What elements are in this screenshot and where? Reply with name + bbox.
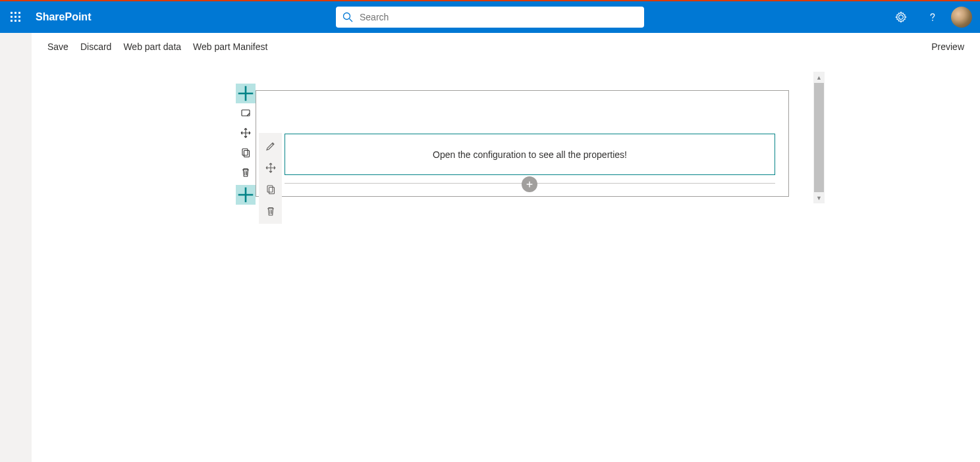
- move-icon: [265, 163, 276, 173]
- add-section-bottom-button[interactable]: [236, 185, 256, 205]
- section-tools: [236, 84, 258, 205]
- canvas-viewport: Open the configuration to see all the pr…: [213, 72, 821, 462]
- user-avatar[interactable]: [951, 7, 972, 28]
- search-input[interactable]: [360, 12, 638, 22]
- suite-right: [885, 1, 980, 33]
- search-container: [336, 7, 644, 28]
- webpart-tools: [259, 133, 282, 224]
- svg-point-9: [344, 13, 350, 20]
- canvas-area: Open the configuration to see all the pr…: [32, 61, 980, 462]
- preview-command[interactable]: Preview: [931, 41, 964, 52]
- duplicate-section-button[interactable]: [236, 143, 256, 163]
- svg-rect-12: [242, 110, 250, 116]
- vertical-scrollbar[interactable]: ▲ ▼: [813, 72, 825, 203]
- discard-command[interactable]: Discard: [80, 41, 111, 52]
- webpart-message: Open the configuration to see all the pr…: [433, 149, 627, 160]
- add-section-top-button[interactable]: [236, 84, 256, 103]
- svg-rect-4: [14, 16, 16, 18]
- svg-rect-14: [244, 151, 250, 157]
- svg-rect-7: [14, 20, 16, 22]
- pencil-icon: [265, 141, 276, 151]
- plus-icon: [525, 180, 534, 189]
- svg-rect-13: [242, 149, 248, 155]
- scroll-up-button[interactable]: ▲: [813, 72, 825, 83]
- waffle-icon: [11, 12, 21, 22]
- svg-rect-6: [11, 20, 13, 22]
- svg-rect-3: [11, 16, 13, 18]
- command-bar-right: Preview: [931, 41, 964, 52]
- app-launcher-button[interactable]: [0, 1, 32, 33]
- save-command[interactable]: Save: [47, 41, 68, 52]
- trash-icon: [265, 206, 276, 217]
- delete-section-button[interactable]: [236, 163, 256, 182]
- add-webpart-button[interactable]: [522, 176, 537, 192]
- svg-point-11: [932, 20, 933, 21]
- note-icon: [240, 108, 251, 118]
- svg-rect-8: [18, 20, 20, 22]
- settings-button[interactable]: [885, 1, 917, 33]
- webpart-content[interactable]: Open the configuration to see all the pr…: [285, 134, 775, 175]
- svg-line-10: [350, 19, 353, 22]
- edit-webpart-button[interactable]: [259, 135, 282, 157]
- suite-bar: SharePoint: [0, 1, 980, 33]
- search-box[interactable]: [336, 7, 644, 28]
- webpart-data-command[interactable]: Web part data: [123, 41, 181, 52]
- command-bar: Save Discard Web part data Web part Mani…: [32, 33, 980, 61]
- svg-rect-1: [14, 12, 16, 14]
- help-icon: [927, 11, 939, 23]
- copy-icon: [265, 184, 276, 195]
- brand-label[interactable]: SharePoint: [32, 11, 91, 23]
- main-column: Save Discard Web part data Web part Mani…: [32, 33, 980, 462]
- edit-section-button[interactable]: [236, 103, 256, 123]
- plus-icon: [236, 84, 256, 103]
- scroll-thumb[interactable]: [814, 83, 824, 192]
- command-bar-left: Save Discard Web part data Web part Mani…: [47, 41, 267, 52]
- scroll-down-button[interactable]: ▼: [813, 192, 825, 203]
- trash-icon: [240, 167, 251, 178]
- plus-icon: [236, 185, 256, 205]
- svg-rect-5: [18, 16, 20, 18]
- copy-icon: [240, 147, 251, 158]
- delete-webpart-button[interactable]: [259, 200, 282, 222]
- webpart-manifest-command[interactable]: Web part Manifest: [193, 41, 267, 52]
- help-button[interactable]: [917, 1, 948, 33]
- gear-icon: [895, 11, 907, 23]
- duplicate-webpart-button[interactable]: [259, 178, 282, 200]
- left-rail: [0, 33, 32, 462]
- svg-rect-15: [267, 186, 273, 192]
- svg-rect-0: [11, 12, 13, 14]
- search-icon: [342, 12, 353, 22]
- svg-rect-16: [269, 187, 274, 193]
- svg-rect-2: [18, 12, 20, 14]
- page-chrome: Save Discard Web part data Web part Mani…: [0, 33, 980, 462]
- move-icon: [240, 128, 251, 138]
- move-section-button[interactable]: [236, 123, 256, 143]
- move-webpart-button[interactable]: [259, 157, 282, 178]
